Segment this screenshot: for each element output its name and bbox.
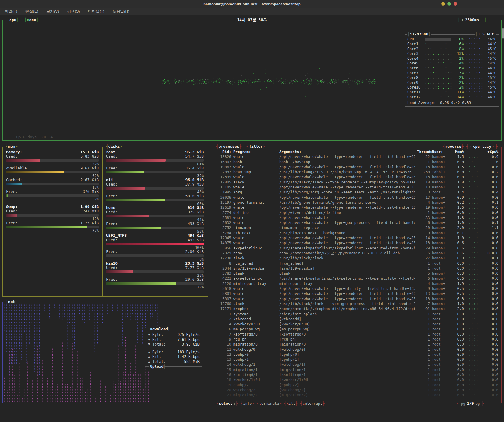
process-pid: 12730: [215, 256, 231, 261]
process-row[interactable]: 4kworker/0:0H[kworker/0:0H]1root0.0.:.:0…: [215, 321, 498, 326]
process-user: root: [432, 337, 451, 342]
process-row[interactable]: 3784ckb-next/usr/bin/ckb-next --backgrou…: [215, 230, 498, 235]
process-row[interactable]: 2kthreadd[kthreadd]1root0.0.::.0.0: [215, 316, 498, 321]
net-stat-label: ▲ Bit:: [148, 354, 161, 359]
sort-selector[interactable]: ┤‹cpu lazy›├: [466, 144, 498, 149]
process-row[interactable]: 5618whale/opt/naver/whale/whale --type=u…: [215, 286, 498, 291]
menubar-item[interactable]: 보기(V): [46, 9, 59, 14]
process-user: root: [432, 377, 451, 382]
disk-used-bar-fill: [106, 159, 166, 162]
process-row[interactable]: 18kworker/1:0H[kworker/1:0H]1root0.0:...…: [215, 377, 498, 382]
process-row[interactable]: 5120mintreport-traymintreport-tray4hamon…: [215, 281, 498, 286]
process-row[interactable]: 12619whale/opt/naver/whale/whale --type=…: [215, 205, 498, 210]
minimize-button[interactable]: [441, 2, 445, 6]
sort-next-icon[interactable]: ›: [492, 144, 494, 149]
page-next-button[interactable]: pg: [475, 401, 480, 406]
sort-prev-icon[interactable]: ‹: [470, 144, 472, 149]
interval-decrease-button[interactable]: -: [480, 18, 483, 22]
info-button[interactable]: ┤info├: [241, 401, 254, 406]
process-row[interactable]: 13105whale/opt/naver/whale/whale --type=…: [215, 185, 498, 190]
filter-button[interactable]: ┤filter├: [246, 144, 265, 149]
process-row[interactable]: 12805slack/usr/lib/slack/slack --type=re…: [215, 180, 498, 185]
header-pid[interactable]: Pid:: [215, 149, 231, 154]
menu-button[interactable]: ┤menu├: [24, 18, 39, 22]
process-threads: 1: [417, 159, 430, 164]
interrupt-button[interactable]: ┤interrupt├: [300, 401, 325, 406]
process-program: gnome-terminal-: [233, 200, 277, 205]
process-row[interactable]: 3752cinnamoncinnamon --replace20hamon+2.…: [215, 225, 498, 230]
swap-bar-track: [6, 226, 99, 228]
process-row[interactable]: 30036whale/opt/naver/whale/whale --type=…: [215, 195, 498, 200]
process-row[interactable]: 15migration/1[migration/1]1root0.0:..:0.…: [215, 367, 498, 372]
process-row[interactable]: 12945whale/opt/naver/whale/whale --type=…: [215, 235, 498, 240]
page-prev-button[interactable]: pg: [461, 401, 465, 406]
process-row[interactable]: 16ksoftirqd/1[ksoftirqd/1]1root0.0:...0.…: [215, 372, 498, 377]
process-row[interactable]: 4221skypeforlinux/usr/share/skypeforlinu…: [215, 276, 498, 281]
process-row[interactable]: 17171dropbox/home/hamonikr/.dropbox-dist…: [215, 306, 498, 311]
process-row[interactable]: 5581whale/opt/naver/whale/whale33hamon+1…: [215, 215, 498, 220]
process-threads: 1: [417, 387, 430, 392]
menubar-item[interactable]: 검색(S): [67, 9, 80, 14]
process-row[interactable]: 19867whale/opt/naver/whale/whale --type=…: [215, 164, 498, 169]
menubar-item[interactable]: 터미널(T): [88, 9, 105, 14]
process-row[interactable]: 2344irq/159-nvidia[irq/159-nvidia]1root0…: [215, 266, 498, 271]
process-row[interactable]: 1systemd/sbin/init splash1root0.0.::.0.0: [215, 312, 498, 316]
process-row[interactable]: 21migration/2[migration/2]1root0.0.::.0.…: [215, 392, 498, 397]
close-button[interactable]: [454, 2, 457, 6]
process-row[interactable]: 10migration/0[migration/0]1root0.0.:..0.…: [215, 342, 498, 347]
process-row[interactable]: 12cpuhp/0[cpuhp/0]1root0.0.:..0.0: [215, 352, 498, 357]
interval-increase-button[interactable]: +: [462, 18, 464, 22]
process-row[interactable]: 11watchdog/0[watchdog/0]1root0.0::..0.0: [215, 347, 498, 352]
process-row[interactable]: 7329nemonemo /home/hamonikr/다운로드/pyrenam…: [215, 251, 498, 256]
process-row[interactable]: 2037beam.smp/usr/lib/erlang/erts-9.2/bin…: [215, 169, 498, 174]
process-pid: 4221: [215, 276, 231, 281]
process-row[interactable]: 5632whale/opt/naver/whale/whale --type=g…: [215, 220, 498, 225]
header-user[interactable]: User:: [432, 149, 451, 154]
terminate-button[interactable]: ┤terminate├: [257, 401, 282, 406]
cpu-box-title: ┤cpu├: [7, 18, 19, 22]
process-row[interactable]: 13cpuhp/1[cpuhp/1]1root0.0.:.:0.0: [215, 357, 498, 362]
process-row[interactable]: 9rcu_bh[rcu_bh]1root0.0:.:.0.0: [215, 337, 498, 342]
process-cpu: 0.0: [483, 281, 498, 286]
process-row[interactable]: 5801whale/opt/naver/whale/whale --type=r…: [215, 291, 498, 296]
process-row[interactable]: 3783plankplank5hamon+0.3:::.0.0: [215, 271, 498, 276]
scrollbar[interactable]: [502, 28, 504, 39]
process-row[interactable]: 18826whale/opt/naver/whale/whale --type=…: [215, 154, 498, 159]
maximize-button[interactable]: [447, 2, 451, 6]
header-program[interactable]: Program:: [233, 149, 277, 154]
process-row[interactable]: 6mm_percpu_wq[mm_percpu_wq]1root0.0::.:0…: [215, 326, 498, 331]
core-row: Core3:.....:.:...13%:::::..::44°C: [407, 51, 496, 56]
process-row[interactable]: 13197gnome-terminal-/usr/lib/gnome-termi…: [215, 200, 498, 205]
process-row[interactable]: 20watchdog/2[watchdog/2]1root0.0::.:0.0: [215, 387, 498, 392]
menubar-item[interactable]: 도움말(H): [113, 9, 129, 14]
header-arguments[interactable]: Arguments:: [279, 149, 415, 154]
header-cpu[interactable]: ▼Cpu%: [483, 149, 498, 154]
kill-button[interactable]: ┤kill├: [284, 401, 298, 406]
process-user: hamon+: [432, 200, 451, 205]
process-row[interactable]: 5807whale/opt/naver/whale/whale --type=r…: [215, 296, 498, 301]
process-row[interactable]: 14075whale/opt/naver/whale/whale --type=…: [215, 240, 498, 245]
core-temp-value: 44°C: [484, 80, 496, 85]
header-mem[interactable]: Mem%: [453, 149, 464, 154]
menubar-item[interactable]: 편집(E): [25, 9, 38, 14]
header-threads[interactable]: Threads:: [417, 149, 430, 154]
mem-line: root95.2 GiB: [106, 150, 204, 154]
process-row[interactable]: 12399whale/opt/naver/whale/whale --type=…: [215, 174, 498, 179]
process-row[interactable]: 8rcu_sched[rcu_sched]1root0.0::.:0.0: [215, 261, 498, 266]
process-program: bash: [233, 159, 277, 164]
process-row[interactable]: 14watchdog/1[watchdog/1]1root0.0.:.:0.0: [215, 362, 498, 367]
select-button[interactable]: ┤select↓├: [217, 401, 238, 406]
process-arguments: /sbin/init splash: [279, 312, 415, 316]
menubar-item[interactable]: 파일(F): [5, 9, 17, 14]
process-row[interactable]: 12760slack/usr/lib/slack/slack --type=gp…: [215, 301, 498, 306]
process-row[interactable]: 1985Xorg/usr/lib/xorg/Xorg -core :0 -sea…: [215, 190, 498, 195]
process-row[interactable]: 12730slack/usr/lib/slack/slack27hamon+0.…: [215, 256, 498, 261]
process-row[interactable]: 3856skypeforlinux/usr/share/skypeforlinu…: [215, 246, 498, 251]
mem-box-title: ┤mem├: [6, 144, 18, 149]
process-row[interactable]: 7ksoftirqd/0[ksoftirqd/0]1root0.0.:..0.0: [215, 332, 498, 337]
reverse-button[interactable]: ┤reverse├: [443, 144, 464, 149]
process-row[interactable]: 19cpuhp/2[cpuhp/2]1root0.0:::.0.0: [215, 382, 498, 387]
process-row[interactable]: 3774delfino/opt/wizvera/delfino/delfino1…: [215, 210, 498, 215]
process-row[interactable]: 16807bashbash ./bashtop1hamon+0.0.:..1.0: [215, 159, 498, 164]
process-user: root: [432, 367, 451, 372]
